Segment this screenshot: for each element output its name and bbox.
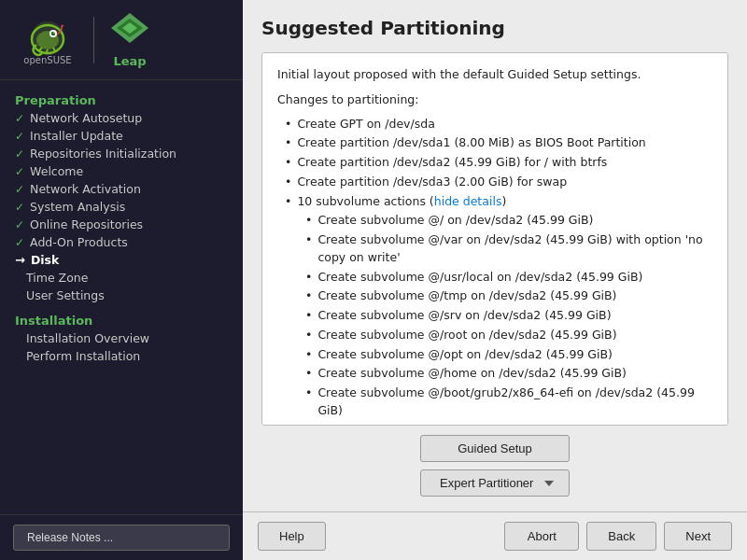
guided-setup-button[interactable]: Guided Setup [420, 435, 570, 462]
svg-point-5 [53, 32, 55, 34]
list-item: Create partition /dev/sda3 (2.00 GiB) fo… [285, 173, 712, 192]
logo-area: openSUSE Leap [0, 0, 243, 80]
list-text: Create partition /dev/sda1 (8.00 MiB) as… [297, 134, 645, 152]
expert-label: Expert Partitioner [440, 476, 533, 490]
sidebar-item-time-zone[interactable]: Time Zone [0, 269, 243, 287]
content-intro: Initial layout proposed with the default… [277, 66, 712, 84]
nav-label: Repositories Initialization [30, 147, 176, 161]
sidebar-item-welcome[interactable]: Welcome [0, 162, 243, 180]
main-content: Suggested Partitioning Initial layout pr… [243, 0, 747, 560]
subvol-text: Create subvolume @/usr/local on /dev/sda… [317, 269, 642, 287]
list-item: Create subvolume @/ on /dev/sda2 (45.99 … [305, 211, 712, 231]
content-box: Initial layout proposed with the default… [261, 52, 728, 426]
subvol-text: Create subvolume @/home on /dev/sda2 (45… [317, 365, 627, 383]
expert-partitioner-button[interactable]: Expert Partitioner [420, 469, 570, 497]
footer-left: Help [258, 522, 326, 551]
sidebar-item-installation-overview[interactable]: Installation Overview [0, 329, 243, 347]
nav-label: Welcome [30, 164, 83, 178]
nav-label: Installer Update [30, 129, 123, 143]
list-item: Create GPT on /dev/sda [285, 115, 712, 134]
preparation-section-header: Preparation [0, 88, 243, 109]
help-button[interactable]: Help [258, 522, 326, 551]
sidebar-item-disk[interactable]: Disk [0, 251, 243, 269]
release-notes-button[interactable]: Release Notes ... [13, 525, 230, 551]
sidebar-item-add-on-products[interactable]: Add-On Products [0, 233, 243, 251]
sidebar-item-perform-installation[interactable]: Perform Installation [0, 347, 243, 365]
hide-details-link[interactable]: hide details [434, 194, 502, 208]
leap-logo: Leap [107, 11, 152, 68]
changes-list: Create GPT on /dev/sda Create partition … [285, 115, 712, 212]
nav-label: Disk [31, 253, 59, 267]
list-item: Create subvolume @/var on /dev/sda2 (45.… [305, 231, 712, 268]
back-button[interactable]: Back [586, 522, 656, 551]
list-text: Create GPT on /dev/sda [297, 116, 434, 133]
release-notes-area: Release Notes ... [0, 514, 243, 560]
list-item: Create subvolume @/usr/local on /dev/sda… [305, 268, 712, 287]
subvol-text: Create subvolume @/tmp on /dev/sda2 (45.… [317, 287, 616, 305]
opensuse-text: openSUSE [23, 55, 71, 65]
mid-button-area: Guided Setup Expert Partitioner [261, 426, 728, 502]
list-item: Create subvolume @/tmp on /dev/sda2 (45.… [305, 287, 712, 306]
sidebar: openSUSE Leap Preparation Network Autose… [0, 0, 243, 560]
subvol-text: Create subvolume @/srv on /dev/sda2 (45.… [317, 307, 611, 325]
abort-button[interactable]: Abort [504, 522, 579, 551]
sidebar-item-repositories-init[interactable]: Repositories Initialization [0, 145, 243, 162]
list-item: 10 subvolume actions (hide details) [285, 192, 712, 212]
nav-label: Online Repositories [30, 217, 143, 231]
content-area: Suggested Partitioning Initial layout pr… [243, 0, 747, 511]
list-item: Create subvolume @/root on /dev/sda2 (45… [305, 326, 712, 345]
sidebar-item-user-settings[interactable]: User Settings [0, 287, 243, 304]
nav-label: Add-On Products [30, 235, 128, 249]
subvol-text: Create subvolume @/ on /dev/sda2 (45.99 … [317, 212, 593, 230]
nav-label: Network Activation [30, 182, 141, 196]
page-title: Suggested Partitioning [261, 17, 728, 39]
sidebar-item-network-activation[interactable]: Network Activation [0, 180, 243, 198]
subvol-text: Create subvolume @/opt on /dev/sda2 (45.… [317, 346, 613, 364]
list-text: Create partition /dev/sda2 (45.99 GiB) f… [297, 154, 607, 172]
list-item: Create partition /dev/sda2 (45.99 GiB) f… [285, 153, 712, 173]
subvolumes-list: Create subvolume @/ on /dev/sda2 (45.99 … [305, 211, 712, 426]
subvol-text: Create subvolume @/var on /dev/sda2 (45.… [317, 231, 712, 267]
sidebar-item-system-analysis[interactable]: System Analysis [0, 198, 243, 216]
nav-label: Network Autosetup [30, 111, 142, 125]
nav-label: Installation Overview [26, 331, 149, 345]
changes-label: Changes to partitioning: [277, 91, 712, 109]
leap-label: Leap [113, 54, 146, 68]
subvol-text: Create subvolume @/root on /dev/sda2 (45… [317, 327, 616, 344]
logo-divider [93, 17, 94, 63]
nav-label: User Settings [26, 288, 105, 302]
sidebar-item-installer-update[interactable]: Installer Update [0, 127, 243, 145]
sidebar-item-online-repositories[interactable]: Online Repositories [0, 216, 243, 233]
nav-label: System Analysis [30, 200, 125, 214]
expert-partitioner-wrapper: Expert Partitioner [420, 469, 570, 497]
list-item: Create subvolume @/srv on /dev/sda2 (45.… [305, 306, 712, 326]
list-item: Create subvolume @/home on /dev/sda2 (45… [305, 364, 712, 384]
list-item: Create partition /dev/sda1 (8.00 MiB) as… [285, 133, 712, 153]
opensuse-logo: openSUSE [15, 12, 80, 68]
list-item: Create subvolume @/boot/grub2/x86_64-efi… [305, 384, 712, 421]
list-item: Create subvolume @/opt on /dev/sda2 (45.… [305, 345, 712, 365]
sidebar-item-network-autosetup[interactable]: Network Autosetup [0, 109, 243, 127]
nav-label: Time Zone [26, 271, 88, 285]
footer-bar: Help Abort Back Next [243, 511, 747, 560]
list-text: Create partition /dev/sda3 (2.00 GiB) fo… [297, 174, 567, 191]
subvol-text: Create subvolume @/boot/grub2/x86_64-efi… [317, 385, 712, 420]
footer-right: Abort Back Next [504, 522, 732, 551]
installation-section-header: Installation [0, 308, 243, 329]
nav: Preparation Network Autosetup Installer … [0, 80, 243, 514]
next-button[interactable]: Next [664, 522, 732, 551]
list-text: 10 subvolume actions (hide details) [297, 193, 506, 211]
dropdown-arrow-icon [544, 481, 554, 486]
nav-label: Perform Installation [26, 349, 140, 363]
